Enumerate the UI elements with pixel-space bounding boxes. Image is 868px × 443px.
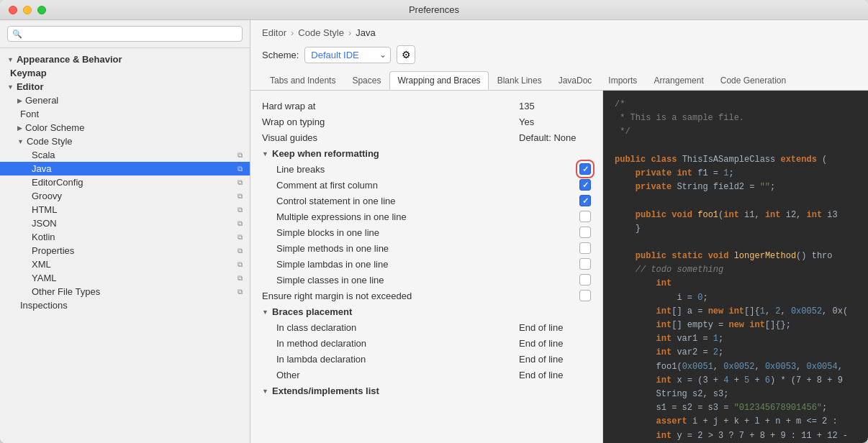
sidebar-item-label: YAML — [32, 273, 56, 283]
setting-row-simple-classes: Simple classes in one line — [250, 272, 602, 288]
minimize-button[interactable] — [23, 6, 32, 14]
tab-code-generation[interactable]: Code Generation — [713, 71, 794, 90]
setting-label: Other — [276, 370, 519, 380]
sidebar-item-properties[interactable]: Properties⧉ — [0, 244, 250, 257]
code-line: // todo something — [615, 263, 856, 277]
sidebar-item-scala[interactable]: Scala⧉ — [0, 148, 250, 162]
section-triangle-icon[interactable] — [262, 388, 272, 395]
setting-row-visual-guides: Visual guidesDefault: None — [250, 129, 602, 145]
tab-wrapping-braces[interactable]: Wrapping and Braces — [389, 71, 488, 90]
gear-button[interactable]: ⚙ — [397, 45, 415, 64]
setting-label: Control statement in one line — [276, 196, 579, 206]
setting-checkbox-ensure-right-margin[interactable] — [579, 290, 591, 301]
sidebar-item-label: Font — [20, 109, 39, 119]
tab-imports[interactable]: Imports — [600, 71, 645, 90]
code-line: foo1(0x0051, 0x0052, 0x0053, 0x0054, — [615, 360, 856, 374]
sidebar-item-font[interactable]: Font — [0, 107, 250, 121]
code-line: */ — [615, 125, 856, 139]
sidebar-item-otherfiletypes[interactable]: Other File Types⧉ — [0, 285, 250, 298]
setting-row-other: OtherEnd of line — [250, 367, 602, 383]
setting-label: Simple blocks in one line — [276, 227, 579, 238]
tab-tabs-indents[interactable]: Tabs and Indents — [262, 71, 343, 90]
setting-checkbox-comment-first[interactable] — [579, 179, 591, 191]
sidebar-tree: Appearance & BehaviorKeymapEditorGeneral… — [0, 48, 250, 443]
code-line: s1 = s2 = s3 = "012345678901456"; — [615, 401, 856, 415]
maximize-button[interactable] — [37, 6, 46, 14]
sidebar-item-json[interactable]: JSON⧉ — [0, 216, 250, 230]
code-line: int[] a = new int[]{1, 2, 0x0052, 0x( — [615, 305, 856, 319]
setting-checkbox-simple-lambdas[interactable] — [579, 258, 591, 270]
setting-row-in-class-decl: In class declarationEnd of line — [250, 319, 602, 335]
sidebar-item-kotlin[interactable]: Kotlin⧉ — [0, 230, 250, 244]
sidebar-item-label: Java — [32, 163, 51, 174]
setting-checkbox-multiple-expressions[interactable] — [579, 211, 591, 222]
setting-label: Simple methods in one line — [276, 243, 579, 254]
code-line: int var2 = 2; — [615, 346, 856, 360]
setting-value: Yes — [519, 117, 591, 127]
code-preview: /* * This is a sample file. */ public cl… — [603, 91, 868, 443]
scheme-select-wrapper[interactable]: Default IDE — [304, 47, 391, 63]
setting-row-control-one-line: Control statement in one line — [250, 193, 602, 209]
setting-label: Braces placement — [272, 306, 591, 317]
search-input[interactable] — [25, 29, 238, 39]
search-input-wrapper[interactable]: 🔍 — [7, 26, 243, 42]
setting-label: In class declaration — [276, 322, 519, 333]
breadcrumb: Editor › Code Style › Java — [250, 20, 868, 42]
setting-value: 135 — [519, 101, 591, 111]
copy-icon: ⧉ — [238, 192, 243, 201]
scheme-select[interactable]: Default IDE — [304, 47, 391, 63]
code-line: String s2, s3; — [615, 388, 856, 401]
sidebar-item-colorscheme[interactable]: Color Scheme — [0, 121, 250, 134]
copy-icon: ⧉ — [238, 233, 243, 242]
setting-row-simple-methods: Simple methods in one line — [250, 240, 602, 256]
section-triangle-icon[interactable] — [262, 150, 272, 157]
sidebar-item-label: Keymap — [10, 68, 47, 78]
sidebar-item-xml[interactable]: XML⧉ — [0, 257, 250, 271]
setting-checkbox-simple-blocks[interactable] — [579, 227, 591, 238]
section-triangle-icon[interactable] — [262, 309, 272, 316]
code-line: private int f1 = 1; — [615, 167, 856, 181]
setting-label: Keep when reformatting — [272, 148, 591, 159]
sidebar-item-label: HTML — [32, 204, 57, 215]
sidebar-item-editorconfig[interactable]: EditorConfig⧉ — [0, 175, 250, 189]
setting-checkbox-simple-methods[interactable] — [579, 242, 591, 254]
code-line: /* — [615, 98, 856, 111]
breadcrumb-codestyle: Code Style — [298, 27, 344, 38]
sidebar-item-editor[interactable]: Editor — [0, 80, 250, 93]
setting-label: Hard wrap at — [262, 101, 519, 111]
setting-row-comment-first: Comment at first column — [250, 177, 602, 193]
code-line — [615, 236, 856, 250]
sidebar-item-groovy[interactable]: Groovy⧉ — [0, 189, 250, 203]
search-bar: 🔍 — [0, 20, 250, 48]
sidebar-item-inspections[interactable]: Inspections — [0, 298, 250, 312]
triangle-icon — [7, 83, 14, 91]
code-line: int[] empty = new int[]{}; — [615, 319, 856, 332]
setting-row-multiple-expressions: Multiple expressions in one line — [250, 209, 602, 224]
setting-checkbox-control-one-line[interactable] — [579, 195, 591, 206]
window-controls — [9, 6, 46, 14]
copy-icon: ⧉ — [238, 178, 243, 187]
tab-blank-lines[interactable]: Blank Lines — [489, 71, 550, 90]
breadcrumb-sep-2: › — [348, 27, 351, 38]
tab-javadoc[interactable]: JavaDoc — [551, 71, 600, 90]
sidebar-item-java[interactable]: Java⧉ — [0, 162, 250, 175]
close-button[interactable] — [9, 6, 17, 14]
sidebar-item-label: EditorConfig — [32, 177, 83, 188]
setting-checkbox-simple-classes[interactable] — [579, 274, 591, 286]
settings-panel: Hard wrap at135Wrap on typingYesVisual g… — [250, 91, 603, 443]
code-line: int var1 = 1; — [615, 332, 856, 346]
sidebar-item-yaml[interactable]: YAML⧉ — [0, 271, 250, 285]
sidebar-item-appearance[interactable]: Appearance & Behavior — [0, 52, 250, 66]
sidebar-item-codestyle[interactable]: Code Style — [0, 134, 250, 148]
tab-spaces[interactable]: Spaces — [344, 71, 389, 90]
code-line: int — [615, 277, 856, 291]
sidebar-item-keymap[interactable]: Keymap — [0, 66, 250, 80]
sidebar-item-general[interactable]: General — [0, 93, 250, 107]
code-line: public void foo1(int i1, int i2, int i3 — [615, 209, 856, 222]
sidebar-item-html[interactable]: HTML⧉ — [0, 203, 250, 216]
sidebar-item-label: Color Scheme — [25, 122, 84, 133]
tab-arrangement[interactable]: Arrangement — [646, 71, 711, 90]
scheme-bar: Scheme: Default IDE ⚙ — [250, 42, 868, 71]
setting-checkbox-line-breaks[interactable] — [579, 163, 591, 175]
sidebar-item-label: Groovy — [32, 191, 62, 201]
